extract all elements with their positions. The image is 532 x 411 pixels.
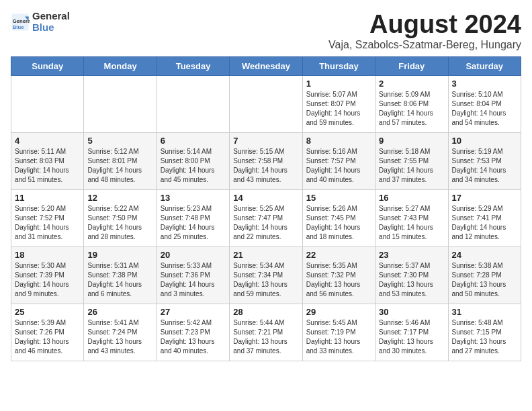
calendar-table: SundayMondayTuesdayWednesdayThursdayFrid… [11, 56, 521, 361]
title-block: August 2024 Vaja, Szabolcs-Szatmar-Bereg… [328, 11, 521, 51]
calendar-day-cell: 15Sunrise: 5:26 AM Sunset: 7:45 PM Dayli… [302, 189, 375, 246]
day-number: 27 [161, 307, 226, 317]
day-info: Sunrise: 5:39 AM Sunset: 7:26 PM Dayligh… [15, 318, 80, 356]
calendar-week-row: 11Sunrise: 5:20 AM Sunset: 7:52 PM Dayli… [11, 189, 521, 246]
calendar-day-cell: 18Sunrise: 5:30 AM Sunset: 7:39 PM Dayli… [11, 246, 84, 304]
calendar-day-cell: 20Sunrise: 5:33 AM Sunset: 7:36 PM Dayli… [157, 246, 229, 304]
day-info: Sunrise: 5:45 AM Sunset: 7:19 PM Dayligh… [306, 318, 371, 356]
calendar-day-cell: 9Sunrise: 5:18 AM Sunset: 7:55 PM Daylig… [375, 132, 448, 189]
day-info: Sunrise: 5:48 AM Sunset: 7:15 PM Dayligh… [452, 318, 517, 356]
day-number: 20 [161, 250, 226, 260]
calendar-day-cell: 2Sunrise: 5:09 AM Sunset: 8:06 PM Daylig… [375, 75, 448, 132]
calendar-title: August 2024 [328, 11, 521, 39]
header-day: Thursday [302, 56, 375, 75]
day-info: Sunrise: 5:42 AM Sunset: 7:23 PM Dayligh… [161, 318, 226, 356]
day-number: 25 [15, 307, 80, 317]
day-number: 21 [233, 250, 298, 260]
svg-text:General: General [13, 18, 30, 24]
day-number: 26 [87, 307, 152, 317]
calendar-day-cell: 12Sunrise: 5:22 AM Sunset: 7:50 PM Dayli… [84, 189, 157, 246]
calendar-week-row: 18Sunrise: 5:30 AM Sunset: 7:39 PM Dayli… [11, 246, 521, 304]
page-header: General Blue General Blue August 2024 Va… [11, 11, 521, 51]
day-number: 2 [379, 79, 444, 89]
calendar-day-cell: 14Sunrise: 5:25 AM Sunset: 7:47 PM Dayli… [230, 189, 302, 246]
day-info: Sunrise: 5:31 AM Sunset: 7:38 PM Dayligh… [87, 261, 152, 299]
calendar-day-cell [84, 75, 157, 132]
calendar-day-cell: 8Sunrise: 5:16 AM Sunset: 7:57 PM Daylig… [302, 132, 375, 189]
day-number: 16 [379, 193, 444, 203]
day-info: Sunrise: 5:46 AM Sunset: 7:17 PM Dayligh… [379, 318, 444, 356]
day-number: 28 [233, 307, 298, 317]
day-info: Sunrise: 5:35 AM Sunset: 7:32 PM Dayligh… [306, 261, 371, 299]
day-number: 14 [233, 193, 298, 203]
day-number: 13 [161, 193, 226, 203]
day-info: Sunrise: 5:27 AM Sunset: 7:43 PM Dayligh… [379, 204, 444, 242]
calendar-header: SundayMondayTuesdayWednesdayThursdayFrid… [11, 56, 521, 75]
calendar-day-cell [157, 75, 229, 132]
day-info: Sunrise: 5:18 AM Sunset: 7:55 PM Dayligh… [379, 147, 444, 185]
calendar-day-cell [11, 75, 84, 132]
day-number: 8 [306, 136, 371, 146]
calendar-week-row: 4Sunrise: 5:11 AM Sunset: 8:03 PM Daylig… [11, 132, 521, 189]
calendar-day-cell: 22Sunrise: 5:35 AM Sunset: 7:32 PM Dayli… [302, 246, 375, 304]
day-info: Sunrise: 5:30 AM Sunset: 7:39 PM Dayligh… [15, 261, 80, 299]
day-info: Sunrise: 5:41 AM Sunset: 7:24 PM Dayligh… [87, 318, 152, 356]
calendar-day-cell: 24Sunrise: 5:38 AM Sunset: 7:28 PM Dayli… [448, 246, 521, 304]
day-info: Sunrise: 5:19 AM Sunset: 7:53 PM Dayligh… [452, 147, 517, 185]
day-number: 30 [379, 307, 444, 317]
day-info: Sunrise: 5:14 AM Sunset: 8:00 PM Dayligh… [161, 147, 226, 185]
day-number: 1 [306, 79, 371, 89]
calendar-day-cell: 19Sunrise: 5:31 AM Sunset: 7:38 PM Dayli… [84, 246, 157, 304]
day-number: 11 [15, 193, 80, 203]
day-info: Sunrise: 5:10 AM Sunset: 8:04 PM Dayligh… [452, 90, 517, 128]
day-number: 24 [452, 250, 517, 260]
calendar-day-cell: 31Sunrise: 5:48 AM Sunset: 7:15 PM Dayli… [448, 304, 521, 361]
header-day: Sunday [11, 56, 84, 75]
day-number: 18 [15, 250, 80, 260]
calendar-week-row: 1Sunrise: 5:07 AM Sunset: 8:07 PM Daylig… [11, 75, 521, 132]
day-info: Sunrise: 5:09 AM Sunset: 8:06 PM Dayligh… [379, 90, 444, 128]
day-info: Sunrise: 5:07 AM Sunset: 8:07 PM Dayligh… [306, 90, 371, 128]
day-info: Sunrise: 5:23 AM Sunset: 7:48 PM Dayligh… [161, 204, 226, 242]
day-info: Sunrise: 5:37 AM Sunset: 7:30 PM Dayligh… [379, 261, 444, 299]
day-number: 3 [452, 79, 517, 89]
header-day: Tuesday [157, 56, 229, 75]
header-row: SundayMondayTuesdayWednesdayThursdayFrid… [11, 56, 521, 75]
day-number: 22 [306, 250, 371, 260]
day-number: 5 [87, 136, 152, 146]
day-number: 4 [15, 136, 80, 146]
day-info: Sunrise: 5:33 AM Sunset: 7:36 PM Dayligh… [161, 261, 226, 299]
calendar-body: 1Sunrise: 5:07 AM Sunset: 8:07 PM Daylig… [11, 75, 521, 361]
calendar-day-cell: 27Sunrise: 5:42 AM Sunset: 7:23 PM Dayli… [157, 304, 229, 361]
day-number: 29 [306, 307, 371, 317]
calendar-day-cell: 25Sunrise: 5:39 AM Sunset: 7:26 PM Dayli… [11, 304, 84, 361]
calendar-day-cell: 11Sunrise: 5:20 AM Sunset: 7:52 PM Dayli… [11, 189, 84, 246]
day-info: Sunrise: 5:26 AM Sunset: 7:45 PM Dayligh… [306, 204, 371, 242]
day-info: Sunrise: 5:34 AM Sunset: 7:34 PM Dayligh… [233, 261, 298, 299]
calendar-day-cell: 16Sunrise: 5:27 AM Sunset: 7:43 PM Dayli… [375, 189, 448, 246]
header-day: Wednesday [230, 56, 302, 75]
calendar-day-cell: 30Sunrise: 5:46 AM Sunset: 7:17 PM Dayli… [375, 304, 448, 361]
calendar-subtitle: Vaja, Szabolcs-Szatmar-Bereg, Hungary [328, 39, 521, 51]
day-info: Sunrise: 5:20 AM Sunset: 7:52 PM Dayligh… [15, 204, 80, 242]
calendar-day-cell: 17Sunrise: 5:29 AM Sunset: 7:41 PM Dayli… [448, 189, 521, 246]
day-info: Sunrise: 5:15 AM Sunset: 7:58 PM Dayligh… [233, 147, 298, 185]
logo: General Blue General Blue [11, 11, 70, 33]
header-day: Saturday [448, 56, 521, 75]
day-info: Sunrise: 5:11 AM Sunset: 8:03 PM Dayligh… [15, 147, 80, 185]
day-number: 7 [233, 136, 298, 146]
calendar-day-cell: 6Sunrise: 5:14 AM Sunset: 8:00 PM Daylig… [157, 132, 229, 189]
day-info: Sunrise: 5:38 AM Sunset: 7:28 PM Dayligh… [452, 261, 517, 299]
day-info: Sunrise: 5:29 AM Sunset: 7:41 PM Dayligh… [452, 204, 517, 242]
calendar-day-cell: 5Sunrise: 5:12 AM Sunset: 8:01 PM Daylig… [84, 132, 157, 189]
day-info: Sunrise: 5:22 AM Sunset: 7:50 PM Dayligh… [87, 204, 152, 242]
calendar-day-cell: 21Sunrise: 5:34 AM Sunset: 7:34 PM Dayli… [230, 246, 302, 304]
calendar-day-cell: 7Sunrise: 5:15 AM Sunset: 7:58 PM Daylig… [230, 132, 302, 189]
day-number: 17 [452, 193, 517, 203]
day-number: 10 [452, 136, 517, 146]
day-number: 12 [87, 193, 152, 203]
calendar-day-cell: 4Sunrise: 5:11 AM Sunset: 8:03 PM Daylig… [11, 132, 84, 189]
logo-text: General Blue [32, 11, 70, 33]
day-number: 23 [379, 250, 444, 260]
day-info: Sunrise: 5:16 AM Sunset: 7:57 PM Dayligh… [306, 147, 371, 185]
